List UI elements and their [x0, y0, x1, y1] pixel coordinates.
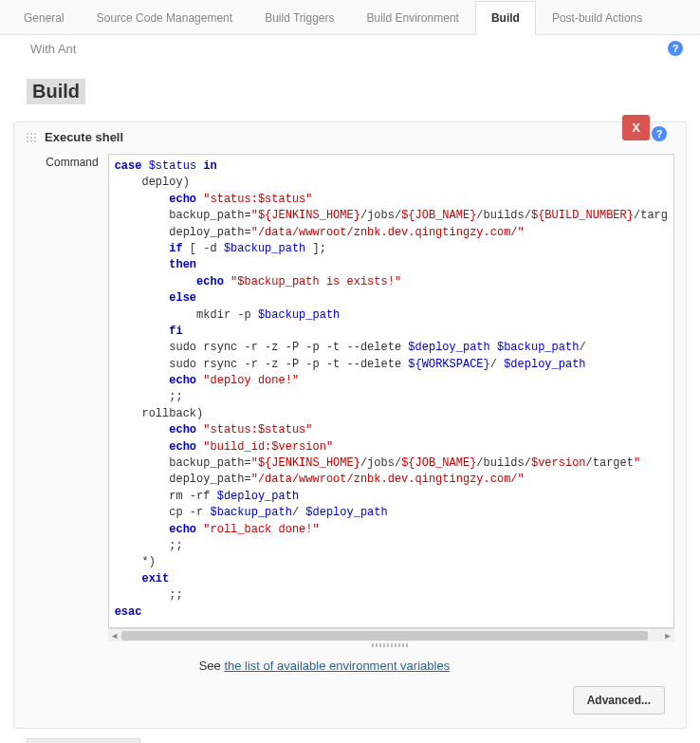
horizontal-scrollbar[interactable]: ◄ ►: [108, 628, 674, 641]
drag-handle-icon[interactable]: [26, 132, 37, 143]
env-vars-hint: See the list of available environment va…: [199, 659, 674, 673]
next-panel-stub: [27, 738, 140, 743]
section-title-build: Build: [27, 79, 85, 104]
scroll-right-icon[interactable]: ►: [661, 629, 674, 642]
help-icon[interactable]: ?: [668, 41, 683, 56]
scroll-thumb[interactable]: [121, 631, 648, 641]
step-title: Execute shell: [45, 130, 123, 144]
delete-step-button[interactable]: X: [622, 115, 650, 140]
command-label: Command: [26, 154, 99, 169]
tab-build[interactable]: Build: [475, 1, 536, 35]
advanced-button[interactable]: Advanced...: [573, 686, 665, 715]
execute-shell-step: X ? Execute shell Command case $status i…: [13, 121, 687, 729]
with-ant-row: With Ant ?: [9, 35, 691, 62]
tab-triggers[interactable]: Build Triggers: [249, 1, 350, 35]
config-tabs: General Source Code Management Build Tri…: [0, 0, 700, 35]
tab-post[interactable]: Post-build Actions: [536, 1, 658, 35]
resize-grip-icon[interactable]: [108, 641, 674, 649]
tab-env[interactable]: Build Environment: [351, 1, 475, 35]
help-icon[interactable]: ?: [652, 126, 667, 141]
command-textarea[interactable]: case $status in deploy) echo "status:$st…: [108, 154, 674, 628]
with-ant-label: With Ant: [30, 42, 76, 56]
scroll-left-icon[interactable]: ◄: [108, 629, 121, 642]
tab-general[interactable]: General: [8, 1, 81, 35]
env-vars-link[interactable]: the list of available environment variab…: [224, 659, 450, 673]
tab-scm[interactable]: Source Code Management: [81, 1, 249, 35]
